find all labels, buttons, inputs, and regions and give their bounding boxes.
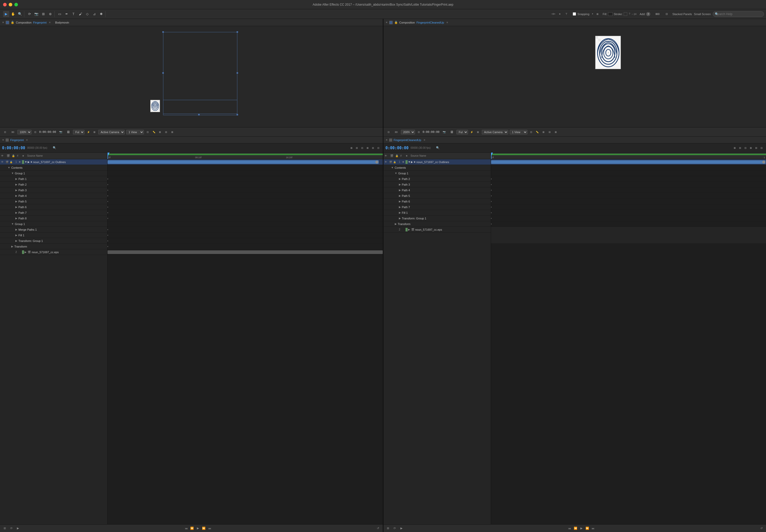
r-layer-row-p3[interactable]: ▶ Path 3 [384,182,491,187]
left-prev-frame[interactable]: ⏪ [189,526,195,531]
left-next-frame[interactable]: ⏩ [201,526,206,531]
right-skip-start[interactable]: ⏮ [567,526,572,531]
right-tl-ctrl-4[interactable]: ⊞ [749,145,753,151]
right-timecode-display[interactable]: 0:00:00:00 [386,146,409,150]
left-comp-close[interactable]: ✕ [2,21,4,24]
r-layer-row-p4[interactable]: ▶ Path 4 [384,187,491,193]
right-res-options[interactable]: ⊞ [476,129,480,135]
left-tl-ctrl-3[interactable]: ⊡ [360,145,365,151]
left-playhead[interactable] [108,153,108,159]
layer-row-path4-l[interactable]: ▶ Path 4 [0,193,107,199]
r-layer-row-transform[interactable]: ▶ Transform [384,221,491,227]
r-layer-row-p5[interactable]: ▶ Path 5 [384,193,491,199]
left-new-comp[interactable]: ⊞ [2,526,7,531]
fill-swatch[interactable] [608,12,613,16]
left-comp-viewport[interactable] [0,26,383,127]
layer-row-path5-l[interactable]: ▶ Path 5 [0,199,107,204]
puppet-tool[interactable]: ⊛ [47,11,53,17]
right-views-select[interactable]: 1 View 2 Views [510,130,527,134]
left-timeline-tab-name[interactable]: Fingerprint [10,139,24,142]
layer-row-path2-l[interactable]: ▶ Path 2 [0,182,107,187]
right-timeline-menu[interactable]: ≡ [424,139,425,141]
right-fit-frame[interactable]: ⊡ [417,129,421,135]
layer-expand-sub-1[interactable]: ▶ [28,161,30,163]
left-show-snapshot[interactable]: 🖼 [65,129,71,135]
right-camera-select[interactable]: Active Camera Front [482,130,508,134]
toggle-panels-button[interactable]: ⊞⊟ [654,11,661,17]
selection-tool[interactable]: ▶ [3,11,9,17]
left-res-options[interactable]: ⊞ [92,129,97,135]
left-quality-select[interactable]: Full Half Third [73,130,84,134]
align-tool-3[interactable]: ⊤ [563,11,570,17]
left-work-area[interactable] [108,154,383,155]
left-skip-start[interactable]: ⏮ [184,526,189,531]
layer-row-path3-l[interactable]: ▶ Path 3 [0,187,107,193]
stacked-panels-button[interactable]: Stacked Panels [672,13,692,16]
layer-vis-1[interactable]: 👁 [1,161,6,163]
right-show-snapshot[interactable]: 🖼 [449,129,455,135]
left-loop[interactable]: ↺ [376,526,381,531]
left-grid[interactable]: ⊞ [170,129,175,135]
left-timeline-menu[interactable]: ≡ [26,139,28,141]
hand-tool[interactable]: ✋ [10,11,16,17]
pan-tool[interactable]: ⊞ [40,11,46,17]
left-camera-select[interactable]: Active Camera Front Left [98,130,125,134]
r-layer-row-g1[interactable]: ▼ Group 1 [384,171,491,176]
rotation-tool[interactable]: ⟳ [26,11,33,17]
left-snapshot[interactable]: 📷 [58,129,64,135]
right-tl-ctrl-1[interactable]: ⊞ [732,145,737,151]
right-quality-select[interactable]: Full Half [456,130,468,134]
layer-row-left-1[interactable]: 👁 🎬 🔒 1 ★ ▼ ▶ ★ noun_571697_cc Outlines [0,159,107,165]
r-layer-vis-1[interactable]: 👁 [385,161,389,163]
layer-expand-p1[interactable]: ▶ [15,177,17,180]
workspace-button[interactable]: ⊡ [663,11,670,17]
left-tl-ctrl-6[interactable]: ⊡ [376,145,381,151]
left-fast-preview[interactable]: ⚡ [86,129,91,135]
right-snapshot[interactable]: 📷 [441,129,447,135]
brush-tool[interactable]: 🖌 [77,11,83,17]
left-guides[interactable]: ⊞ [158,129,162,135]
layer-expand-2[interactable]: ▶ [25,251,27,253]
layer-row-group1-l[interactable]: ▼ Group 1 [0,171,107,176]
right-safe-zones[interactable]: ⊟ [547,129,552,135]
right-timeline-tab-name[interactable]: FingerprintCleanedUp [394,139,421,142]
right-rulers[interactable]: 📏 [535,129,540,135]
right-tl-ctrl-2[interactable]: ⊟ [738,145,742,151]
layer-row-group1b-l[interactable]: ▼ Group 1 [0,221,107,227]
right-comp-viewport[interactable] [384,26,766,127]
left-play[interactable]: ▶ [195,526,200,531]
r-layer-row-p7[interactable]: ▶ Path 7 [384,204,491,210]
r-layer-row-p6[interactable]: ▶ Path 6 [384,199,491,204]
layer-row-transform-l[interactable]: ▶ Transform [0,244,107,249]
r-layer-expand-2[interactable]: ▶ [408,228,410,231]
left-skip-end[interactable]: ⏭ [207,526,212,531]
left-tl-ctrl-2[interactable]: ⊟ [355,145,359,151]
layer-row-merge-l[interactable]: ▶ Merge Paths 1 [0,227,107,232]
right-tl-ctrl-5[interactable]: ⊟ [754,145,759,151]
stroke-swatch[interactable] [624,12,627,16]
right-always-preview[interactable]: ⊡ [386,129,392,135]
right-preview[interactable]: ▶ [399,526,404,531]
zoom-tool[interactable]: 🔍 [17,11,23,17]
r-layer-row-p2[interactable]: ▶ Path 2 [384,176,491,182]
r-layer-expand-sub-1[interactable]: ▶ [411,161,413,163]
left-zoom-select[interactable]: 100% 50% 200% [17,130,31,134]
align-tool-1[interactable]: ⊣⊢ [550,11,556,17]
right-comp-menu[interactable]: ≡ [446,21,448,24]
roto-brush-tool[interactable]: ⊿ [91,11,97,17]
search-input[interactable] [713,11,764,17]
right-comp-close[interactable]: ✕ [386,21,388,24]
track-bar-2[interactable] [108,250,383,254]
r-layer-row-contents[interactable]: ▼ Contents [384,165,491,171]
left-preview[interactable]: ▶ [15,526,20,531]
right-play[interactable]: ▶ [579,526,584,531]
right-draft-3d[interactable]: 3D [393,129,399,135]
layer-row-path6-l[interactable]: ▶ Path 6 [0,204,107,210]
right-next-frame[interactable]: ⏩ [585,526,590,531]
layer-row-right-1[interactable]: 👁 🎬 🔒 1 ★ ▼ ▶ ★ noun_571697_cc Outlines [384,159,491,165]
right-work-area[interactable] [491,154,766,155]
small-screen-button[interactable]: Small Screen [694,13,711,16]
left-comp-tab-name[interactable]: Fingerprint [33,21,47,24]
r-layer-expand-1[interactable]: ▼ [408,161,411,163]
snap-to-grid[interactable]: ⊞ [595,12,600,16]
